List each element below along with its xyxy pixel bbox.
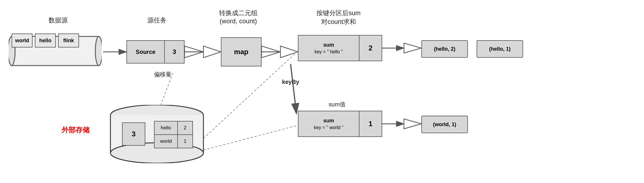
sum-world-box: sum key = " world " 1	[298, 111, 382, 137]
source-operator-box: Source 3	[126, 40, 185, 64]
cyl-item-flink: flink	[58, 34, 79, 47]
sum-hello-label: sum key = " hello "	[298, 36, 359, 61]
source-parallelism: 3	[165, 41, 184, 63]
storage-hello-word: hello	[155, 122, 178, 134]
svg-marker-7	[262, 46, 280, 58]
svg-line-17	[291, 64, 296, 114]
cyl-item-world: world	[12, 34, 33, 47]
sum-hello-value: 2	[359, 36, 382, 61]
label-external-storage: 外部存储	[46, 125, 105, 135]
diagram: 数据源 源任务 转换成二元组 (word, count) 按键分区后sum 对c…	[0, 0, 644, 183]
svg-line-16	[203, 125, 298, 150]
storage-hello-count: 2	[178, 122, 192, 134]
label-keyby-arrow: keyBy	[276, 79, 305, 85]
result-hello-1: (hello, 1)	[477, 40, 523, 58]
svg-marker-6	[203, 46, 221, 58]
storage-world-word: world	[155, 135, 178, 148]
label-offset: 偏移量	[139, 71, 186, 78]
svg-marker-4	[185, 46, 203, 58]
svg-point-20	[95, 36, 102, 66]
storage-offset-box: 3	[122, 122, 145, 146]
map-operator-box: map	[221, 37, 262, 66]
sum-world-label: sum key = " world "	[298, 111, 359, 136]
label-transform: 转换成二元组 (word, count)	[203, 9, 273, 25]
storage-world-count: 1	[178, 135, 192, 148]
sum-hello-box: sum key = " hello " 2	[298, 35, 382, 61]
label-source-task: 源任务	[128, 16, 186, 25]
svg-marker-13	[404, 119, 421, 129]
cyl-item-hello: hello	[35, 34, 56, 47]
sum-world-value: 1	[359, 111, 382, 136]
svg-marker-9	[280, 46, 298, 58]
label-keyby: 按键分区后sum 对count求和	[294, 9, 384, 26]
label-sum-value: sum值	[320, 101, 355, 108]
source-label: Source	[127, 41, 165, 63]
svg-marker-11	[404, 43, 421, 53]
cylinder-items: world hello flink	[12, 34, 79, 47]
storage-table: hello 2 world 1	[154, 121, 193, 148]
label-datasource: 数据源	[17, 16, 99, 25]
result-hello-2: (hello, 2)	[421, 40, 468, 58]
result-world-1: (world, 1)	[421, 116, 468, 133]
